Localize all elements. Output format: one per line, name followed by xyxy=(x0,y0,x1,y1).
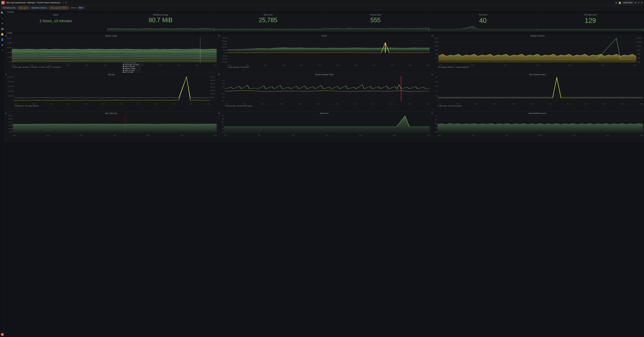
gc-legend: Garbage Collections Bytes Reclaimed xyxy=(438,66,643,68)
port-count-value: 40 xyxy=(430,17,536,24)
legend-gc-collections: Garbage Collections xyxy=(438,66,454,68)
details-row-2: ▦ VM Load 25,000,00020,000,00015,000,000… xyxy=(5,73,644,112)
gc-pin: ▦ xyxy=(432,35,433,37)
vm-load-pin: ▦ xyxy=(5,74,7,75)
alert-icon[interactable]: 🔔 xyxy=(618,1,621,4)
atom-table-chart xyxy=(13,115,217,133)
legend-reductions: Reductions xyxy=(14,105,24,107)
settings-icon[interactable]: ⚙ xyxy=(615,1,617,4)
vm-load-legend: Reductions Context Switches xyxy=(14,105,217,107)
port-count-panel: Port Count 40 xyxy=(429,13,537,31)
memory-legend: Total Usage Atoms Binaries Code ETS Proc… xyxy=(12,66,217,68)
gc-panel: ▦ Garbage Collection 12,00010,0008,0006,… xyxy=(431,34,644,73)
close-icon[interactable]: ✕ xyxy=(641,1,643,4)
breadcrumb: Web App Dashboards / WebApp - PromEx Bea… xyxy=(6,2,60,4)
sidebar-gear-icon[interactable]: ⚙ xyxy=(1,44,3,47)
dirty-sched-legend: Dirty Tasks Dirty Run Queue xyxy=(438,105,643,107)
sidebar-search-icon[interactable]: 🔍 xyxy=(1,12,4,15)
interval-selector[interactable]: 30s ▾ xyxy=(77,6,84,9)
topbar-actions: ⚙ 🔔 Last 1 hour ⊕ ↺ ✕ xyxy=(615,1,643,4)
tag-elixir-app[interactable]: elixir_app ▾ xyxy=(18,6,29,9)
active-ports-title: Active Ports xyxy=(219,112,430,114)
atom-count-panel: Atom Count 25,785 xyxy=(214,13,322,31)
active-ports-chart xyxy=(224,115,430,133)
uptime-value: 2 hours, 13 minutes xyxy=(6,19,106,23)
legend-data-sent: Data Sent xyxy=(241,66,249,68)
total-memory-title: Total Memory Usage xyxy=(108,14,213,16)
ets-count-panel: ETS Table Count 129 xyxy=(537,13,644,31)
tooltip-row-code: Code: 52.1 MiB xyxy=(123,70,139,71)
tag-elixir-app-instance[interactable]: elixir_app_one:4000 ▾ xyxy=(49,6,68,9)
vm-load-panel: ▦ VM Load 25,000,00020,000,00015,000,000… xyxy=(5,73,218,112)
process-count-sparkline xyxy=(322,25,429,31)
legend-normal-run-queue: Normal Run Queue xyxy=(237,105,252,107)
tooltip-dot-code xyxy=(123,70,124,71)
tooltip-dot-binaries xyxy=(123,68,124,69)
beam-proc-title: Active BEAM Processes xyxy=(432,112,643,114)
sidebar-avatar[interactable]: G xyxy=(1,333,4,336)
tag-app-instance[interactable]: Application Instance xyxy=(30,6,48,9)
overview-label: - Overview xyxy=(5,11,644,13)
legend-dirty-tasks: Dirty Tasks xyxy=(438,105,447,107)
tag-prometheus-job[interactable]: Prometheus.Job xyxy=(1,6,16,9)
port-io-chart xyxy=(228,38,430,63)
vm-load-chart xyxy=(14,76,210,101)
sidebar-question-icon[interactable]: ? xyxy=(2,49,3,52)
legend-gc-bytes: Bytes Reclaimed xyxy=(456,66,469,68)
memory-usage-chart xyxy=(12,38,217,63)
beam-proc-chart xyxy=(438,115,643,133)
uptime-title: Uptime xyxy=(6,14,106,16)
zoom-icon[interactable]: ⊕ xyxy=(634,1,636,4)
process-count-panel: Process Count 555 xyxy=(322,13,429,31)
port-io-panel: ▦ Port IO 250 kB/s200 xyxy=(218,34,431,73)
port-io-legend: Data Received Data Sent xyxy=(228,66,430,68)
process-count-value: 555 xyxy=(323,17,428,24)
sidebar-compass-icon[interactable]: ✦ xyxy=(1,22,3,25)
details-row-3: ▦ Atom Table Size 30,00025,00020,00015,0… xyxy=(5,112,644,141)
atom-count-title: Atom Count xyxy=(216,14,321,16)
subbar: Prometheus.Job elixir_app ▾ Application … xyxy=(0,5,644,11)
total-memory-panel: Total Memory Usage 80.7 MiB xyxy=(107,13,214,31)
share-icon[interactable]: ⎘ xyxy=(66,1,67,4)
sidebar-bell-icon[interactable]: 🔔 xyxy=(1,33,4,36)
legend-code: Code xyxy=(39,66,44,68)
sidebar-apps-icon[interactable]: ▦ xyxy=(1,27,4,30)
star-icon[interactable]: ☆ xyxy=(62,1,64,4)
active-ports-panel: ▦ Active Ports 807060504030 xyxy=(218,112,431,141)
overview-row: Uptime 2 hours, 13 minutes Total Memory … xyxy=(5,13,644,31)
dirty-scheduler-title: Dirty Scheduler Status xyxy=(432,74,643,76)
atom-table-pin: ▦ xyxy=(5,112,7,114)
details-row-1: ▦ Memory Usage 96 MiB76 MiB57 MiB38 Mi xyxy=(5,34,644,73)
dirty-sched-chart xyxy=(438,76,643,101)
memory-usage-panel: ▦ Memory Usage 96 MiB76 MiB57 MiB38 Mi xyxy=(5,34,218,73)
tooltip-row-ets: ETS: 5.0 MiB xyxy=(123,71,139,73)
sidebar-user-icon[interactable]: 👤 xyxy=(1,38,4,41)
normal-sched-legend: Normal Tasks Normal Run Queue xyxy=(225,105,430,107)
dirty-scheduler-panel: ▦ Dirty Scheduler Status 0.250.200.150.1… xyxy=(431,73,644,112)
tooltip-value-code: 52.1 MiB xyxy=(129,70,134,71)
refresh-icon[interactable]: ↺ xyxy=(638,1,640,4)
sidebar-home-icon[interactable]: ⌂ xyxy=(2,17,3,20)
tooltip-label-ets: ETS: xyxy=(124,71,128,73)
normal-scheduler-panel: ▦ Normal Scheduler Status 10.750.5 xyxy=(218,73,431,112)
normal-sched-chart xyxy=(225,76,430,101)
main-layout: 🔍 ⌂ ✦ ▦ 🔔 👤 ⚙ ? G - Overview Uptime 2 ho… xyxy=(0,11,644,337)
app-logo: G xyxy=(1,1,5,4)
tooltip-label-code: Code: xyxy=(124,70,128,71)
legend-atoms: Atoms xyxy=(23,66,29,68)
topbar: G Web App Dashboards / WebApp - PromEx B… xyxy=(0,0,644,5)
atom-table-title: Atom Table Size xyxy=(6,112,217,114)
atom-count-value: 25,785 xyxy=(216,17,321,24)
normal-sched-pin: ▦ xyxy=(218,74,220,75)
beam-processes-panel: ▦ Active BEAM Processes 700600500400300 xyxy=(431,112,644,141)
port-io-pin: ▦ xyxy=(218,35,220,37)
port-io-title: Port IO xyxy=(219,35,430,37)
legend-ets-mem: ETS xyxy=(46,66,51,68)
dirty-sched-pin: ▦ xyxy=(432,74,433,75)
active-ports-pin: ▦ xyxy=(218,112,220,114)
total-memory-sparkline xyxy=(107,25,214,31)
time-range-selector[interactable]: Last 1 hour xyxy=(622,1,634,4)
memory-panel-pin: ▦ xyxy=(5,35,7,37)
ets-count-value: 129 xyxy=(538,17,643,24)
ets-count-title: ETS Table Count xyxy=(538,14,643,16)
